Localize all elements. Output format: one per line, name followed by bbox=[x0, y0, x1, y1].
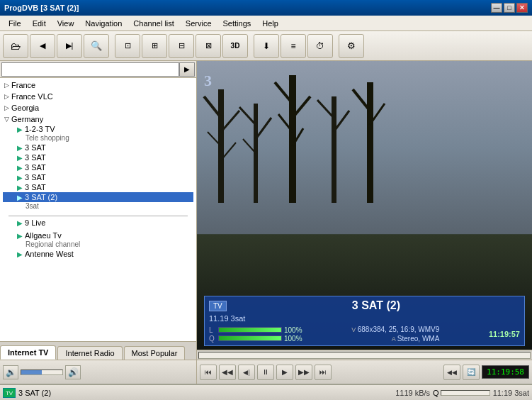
tab-internet-radio[interactable]: Internet Radio bbox=[57, 346, 122, 360]
channel-123tv[interactable]: ▶ 1-2-3 TV bbox=[3, 124, 193, 134]
minimize-button[interactable]: — bbox=[491, 3, 502, 13]
status-q-bar bbox=[441, 390, 490, 396]
signal-l-pct: 100% bbox=[284, 326, 302, 334]
osd-signal-levels: L 100% Q bbox=[209, 326, 302, 343]
channel-name: 3 SAT bbox=[25, 173, 46, 182]
country-group-france-vlc: ▷ France VLC bbox=[0, 91, 196, 102]
zoom-button[interactable]: 🔍 bbox=[84, 34, 109, 58]
svg-rect-1 bbox=[197, 61, 532, 234]
status-channel-icon: TV bbox=[3, 388, 16, 398]
country-label: France VLC bbox=[11, 92, 53, 101]
menu-navigation[interactable]: Navigation bbox=[79, 18, 128, 29]
channel-3sat-3[interactable]: ▶ 3 SAT bbox=[3, 162, 193, 172]
vol-up-button[interactable]: 🔊 bbox=[65, 365, 81, 379]
country-france[interactable]: ▷ France bbox=[3, 80, 193, 90]
channel-name: Antenne West bbox=[25, 250, 74, 258]
signal-q-bar bbox=[218, 335, 282, 341]
window-title: ProgDVB [3 SAT (2)] bbox=[4, 4, 79, 12]
channel-icon: ▶ bbox=[17, 144, 23, 152]
step-back-button[interactable]: ◀| bbox=[238, 365, 255, 380]
right-panel: 3 TV 3 SAT (2) 11.19 3sat L bbox=[197, 61, 532, 384]
back-button[interactable]: ◀ bbox=[30, 34, 55, 58]
signal-q-pct: 100% bbox=[284, 335, 302, 343]
search-input[interactable] bbox=[1, 62, 179, 77]
country-label: Georgia bbox=[11, 104, 39, 112]
country-label: Germany bbox=[11, 115, 43, 123]
channel-name: Allgaeu Tv bbox=[25, 231, 62, 240]
forward-button[interactable]: ▶| bbox=[57, 34, 82, 58]
fast-forward-button[interactable]: ▶▶ bbox=[295, 365, 312, 380]
download-button[interactable]: ⬇ bbox=[254, 34, 279, 58]
controls-bar: ⏮ ◀◀ ◀| ⏸ ▶ ▶▶ ⏭ ◀◀ 🔄 11:19:58 bbox=[197, 360, 532, 384]
channel-name: 3 SAT bbox=[25, 163, 46, 172]
view1-button[interactable]: ⊡ bbox=[115, 34, 140, 58]
close-button[interactable]: ✕ bbox=[516, 3, 528, 13]
divider bbox=[9, 216, 188, 216]
timer-button[interactable]: ⏱ bbox=[307, 34, 333, 58]
title-bar-controls: — □ ✕ bbox=[491, 3, 528, 13]
video-area[interactable]: 3 TV 3 SAT (2) 11.19 3sat L bbox=[197, 61, 532, 350]
osd-signal-row: L 100% Q bbox=[209, 326, 520, 343]
osd-video-format: V 688x384, 25, 16:9, WMV9 bbox=[351, 326, 439, 333]
menu-settings[interactable]: Settings bbox=[217, 18, 257, 29]
channel-antenne-west[interactable]: ▶ Antenne West bbox=[3, 249, 193, 259]
view3-button[interactable]: ⊟ bbox=[169, 34, 194, 58]
tab-most-popular[interactable]: Most Popular bbox=[124, 346, 186, 360]
menu-channel-list[interactable]: Channel list bbox=[128, 18, 179, 29]
menu-file[interactable]: File bbox=[3, 18, 27, 29]
osd-now-playing: 11.19 3sat bbox=[209, 314, 520, 323]
channel-9live[interactable]: ▶ 9 Live bbox=[3, 218, 193, 228]
open-button[interactable]: 🗁 bbox=[3, 34, 28, 58]
country-group-france: ▷ France bbox=[0, 79, 196, 91]
view2-button[interactable]: ⊞ bbox=[142, 34, 167, 58]
view4-button[interactable]: ⊠ bbox=[196, 34, 221, 58]
channel-3sat-4[interactable]: ▶ 3 SAT bbox=[3, 172, 193, 182]
search-bar: ▶ bbox=[0, 61, 196, 78]
channel-icon: ▶ bbox=[17, 184, 23, 191]
vol-down-button[interactable]: 🔉 bbox=[3, 365, 18, 379]
menu-view[interactable]: View bbox=[52, 18, 80, 29]
osd-audio-info-text: Stereo, WMA bbox=[397, 335, 439, 343]
video-background: 3 TV 3 SAT (2) 11.19 3sat L bbox=[197, 61, 532, 350]
osd-overlay: TV 3 SAT (2) 11.19 3sat L bbox=[204, 296, 525, 346]
maximize-button[interactable]: □ bbox=[504, 3, 515, 13]
3d-button[interactable]: 3D bbox=[222, 34, 248, 58]
channel-3sat-2[interactable]: ▶ 3 SAT bbox=[3, 152, 193, 162]
osd-tv-badge: TV bbox=[209, 301, 227, 311]
country-label: France bbox=[11, 81, 35, 89]
list-button[interactable]: ≡ bbox=[281, 34, 306, 58]
country-georgia[interactable]: ▷ Georgia bbox=[3, 103, 193, 113]
expand-icon: ▷ bbox=[4, 104, 9, 111]
menu-help[interactable]: Help bbox=[256, 18, 284, 29]
menu-service[interactable]: Service bbox=[180, 18, 217, 29]
tab-internet-tv[interactable]: Internet TV bbox=[0, 345, 56, 360]
channel-subtext: Tele shopping bbox=[3, 134, 193, 143]
settings-button[interactable]: ⚙ bbox=[339, 34, 364, 58]
status-bar: TV 3 SAT (2) 1119 kB/s Q 11:19 3sat bbox=[0, 384, 532, 400]
country-france-vlc[interactable]: ▷ France VLC bbox=[3, 91, 193, 101]
pause-button[interactable]: ⏸ bbox=[257, 365, 274, 380]
play-button[interactable]: ▶ bbox=[276, 365, 293, 380]
status-quality: Q bbox=[433, 389, 490, 397]
prev-channel-button[interactable]: ◀◀ bbox=[443, 365, 460, 380]
skip-forward-button[interactable]: ⏭ bbox=[315, 365, 332, 380]
country-germany[interactable]: ▽ Germany bbox=[3, 114, 193, 124]
channel-allgaeu[interactable]: ▶ Allgaeu Tv bbox=[3, 230, 193, 240]
volume-slider[interactable] bbox=[21, 370, 63, 375]
expand-icon: ▷ bbox=[4, 93, 9, 100]
refresh-button[interactable]: 🔄 bbox=[463, 365, 480, 380]
channel-3sat2-active[interactable]: ▶ 3 SAT (2) bbox=[3, 192, 193, 202]
video-scrollbar[interactable] bbox=[197, 350, 532, 360]
skip-back-button[interactable]: ⏮ bbox=[200, 365, 217, 380]
search-go-button[interactable]: ▶ bbox=[179, 62, 195, 77]
channel-name: 3 SAT bbox=[25, 143, 46, 152]
channel-icon: ▶ bbox=[17, 219, 23, 227]
status-q-label: Q bbox=[433, 389, 439, 397]
channel-3sat-5[interactable]: ▶ 3 SAT bbox=[3, 182, 193, 192]
channel-3sat-1[interactable]: ▶ 3 SAT bbox=[3, 143, 193, 152]
menu-bar: File Edit View Navigation Channel list S… bbox=[0, 16, 532, 31]
rewind-button[interactable]: ◀◀ bbox=[219, 365, 236, 380]
signal-l-bar bbox=[218, 327, 282, 333]
menu-edit[interactable]: Edit bbox=[27, 18, 52, 29]
h-scrollbar-track[interactable] bbox=[198, 352, 531, 359]
